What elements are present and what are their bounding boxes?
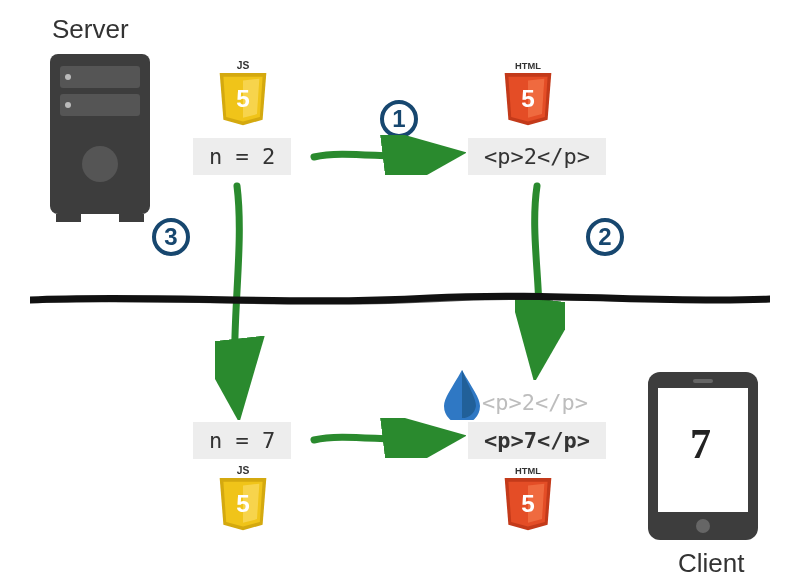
- js-icon: JS 5: [215, 465, 271, 532]
- svg-point-4: [65, 102, 71, 108]
- arrow-render-icon: [306, 135, 466, 175]
- svg-text:5: 5: [521, 85, 535, 112]
- svg-point-5: [82, 146, 118, 182]
- svg-text:JS: JS: [237, 465, 250, 476]
- arrow-rerender-icon: [306, 418, 466, 458]
- step-two-badge: 2: [586, 218, 624, 256]
- svg-rect-7: [119, 214, 144, 222]
- svg-point-3: [65, 74, 71, 80]
- svg-rect-1: [60, 66, 140, 88]
- code-server-js-top: n = 2: [193, 138, 291, 175]
- svg-text:JS: JS: [237, 60, 250, 71]
- svg-text:5: 5: [521, 490, 535, 517]
- html5-icon: HTML 5: [500, 465, 556, 532]
- client-display-value: 7: [690, 420, 711, 468]
- server-label: Server: [52, 14, 129, 45]
- html5-icon: HTML 5: [500, 60, 556, 127]
- code-server-html-top: <p>2</p>: [468, 138, 606, 175]
- svg-text:5: 5: [236, 490, 250, 517]
- arrow-send-html-icon: [515, 180, 565, 380]
- svg-text:HTML: HTML: [515, 61, 541, 71]
- svg-rect-19: [693, 379, 713, 383]
- svg-point-18: [696, 519, 710, 533]
- server-icon: [50, 54, 150, 224]
- svg-rect-2: [60, 94, 140, 116]
- client-label: Client: [678, 548, 744, 579]
- hydration-drop-icon: [442, 368, 482, 420]
- svg-rect-6: [56, 214, 81, 222]
- boundary-line-icon: [30, 290, 770, 310]
- code-client-html-updated: <p>7</p>: [468, 422, 606, 459]
- code-client-html-initial: <p>2</p>: [482, 390, 588, 415]
- js-icon: JS 5: [215, 60, 271, 127]
- svg-text:HTML: HTML: [515, 466, 541, 476]
- code-client-js: n = 7: [193, 422, 291, 459]
- svg-text:5: 5: [236, 85, 250, 112]
- step-one-badge: 1: [380, 100, 418, 138]
- step-three-badge: 3: [152, 218, 190, 256]
